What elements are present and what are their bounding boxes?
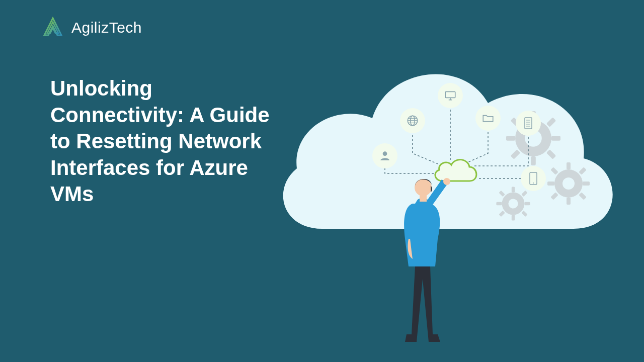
svg-rect-22 — [512, 215, 515, 220]
brand-name: AgilizTech — [71, 19, 142, 36]
svg-rect-24 — [524, 202, 530, 205]
svg-rect-16 — [579, 167, 587, 175]
svg-rect-28 — [521, 211, 527, 217]
svg-rect-4 — [551, 136, 560, 141]
brand-logo: AgilizTech — [40, 15, 142, 40]
svg-rect-6 — [546, 117, 556, 127]
globe-icon — [400, 108, 425, 133]
monitor-icon — [438, 83, 463, 108]
svg-rect-3 — [506, 136, 515, 141]
svg-rect-17 — [550, 192, 558, 200]
server-icon — [516, 111, 541, 136]
svg-point-19 — [562, 177, 575, 190]
svg-point-45 — [533, 183, 534, 184]
svg-rect-21 — [512, 187, 515, 192]
svg-rect-26 — [521, 191, 527, 197]
illustration — [262, 18, 624, 339]
svg-rect-15 — [550, 167, 558, 175]
person-illustration-icon — [387, 168, 458, 349]
svg-rect-8 — [546, 149, 556, 159]
svg-rect-36 — [445, 92, 455, 98]
svg-rect-18 — [579, 192, 587, 200]
logo-mark-icon — [40, 15, 65, 40]
person-icon — [372, 143, 397, 168]
svg-rect-14 — [583, 182, 590, 186]
svg-rect-13 — [547, 182, 554, 186]
folder-icon — [475, 106, 501, 131]
svg-rect-7 — [511, 149, 521, 159]
svg-point-46 — [443, 178, 450, 185]
svg-point-29 — [508, 199, 518, 208]
svg-rect-25 — [499, 191, 505, 197]
svg-rect-11 — [567, 162, 571, 169]
svg-rect-27 — [499, 211, 505, 217]
phone-icon — [521, 166, 546, 191]
gear-icon — [543, 158, 594, 209]
svg-point-30 — [383, 151, 387, 156]
svg-rect-23 — [496, 202, 502, 205]
svg-rect-12 — [567, 198, 571, 205]
svg-rect-39 — [525, 118, 532, 129]
page-title: Unlocking Connectivity: A Guide to Reset… — [50, 75, 277, 208]
svg-rect-2 — [531, 156, 536, 165]
